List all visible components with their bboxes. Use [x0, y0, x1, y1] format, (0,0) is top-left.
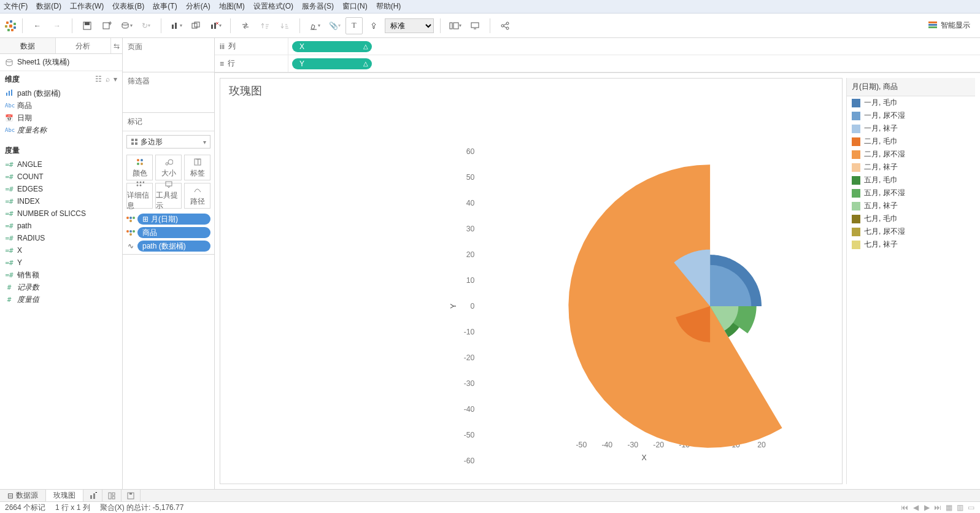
clear-sheet-button[interactable]: ▾: [207, 17, 224, 34]
legend-item[interactable]: 二月, 毛巾: [847, 135, 975, 148]
tab-analysis[interactable]: 分析: [56, 38, 112, 53]
menu-dashboard[interactable]: 仪表板(B): [112, 1, 144, 12]
color-pill-product[interactable]: 商品: [126, 227, 210, 238]
legend-item[interactable]: 七月, 毛巾: [847, 212, 975, 225]
refresh-button[interactable]: ↻▾: [137, 17, 155, 34]
menu-analysis[interactable]: 分析(A): [186, 1, 210, 12]
mark-detail-button[interactable]: 详细信息: [126, 183, 153, 209]
forward-button[interactable]: →: [48, 17, 66, 34]
dimension-field[interactable]: Abc度量名称: [0, 124, 122, 136]
legend-item[interactable]: 一月, 袜子: [847, 122, 975, 135]
measure-field[interactable]: =#path: [0, 220, 122, 232]
tab-connect-icon[interactable]: ⇆: [111, 38, 122, 53]
pause-autoupdate-button[interactable]: ▾: [118, 17, 135, 34]
legend-item[interactable]: 一月, 尿不湿: [847, 109, 975, 122]
fields-menu-icon[interactable]: ▾: [114, 75, 117, 83]
text-button[interactable]: T: [345, 17, 363, 34]
measure-field[interactable]: =#ANGLE: [0, 158, 122, 171]
datasource-row[interactable]: Sheet1 (玫瑰桶): [0, 54, 122, 71]
group-button[interactable]: 📎▾: [326, 17, 343, 34]
mark-tooltip-button[interactable]: 工具提示: [155, 183, 182, 209]
mark-type-select[interactable]: 多边形: [126, 135, 210, 148]
new-dashboard-tab[interactable]: [102, 490, 122, 501]
search-field-icon[interactable]: ⌕: [106, 75, 110, 83]
menu-story[interactable]: 故事(T): [153, 1, 177, 12]
mark-color-button[interactable]: 颜色: [126, 155, 153, 180]
legend-item[interactable]: 二月, 尿不湿: [847, 148, 975, 161]
new-story-tab[interactable]: [122, 490, 141, 501]
view-as-icon[interactable]: ☷: [95, 75, 102, 83]
legend-item[interactable]: 五月, 尿不湿: [847, 187, 975, 199]
highlight-button[interactable]: ▾: [306, 17, 323, 34]
menu-file[interactable]: 文件(F): [4, 1, 28, 12]
rose-chart[interactable]: -60-50-40-30-20-100102030405060 -50-40-3…: [220, 79, 842, 484]
menu-window[interactable]: 窗口(N): [342, 1, 368, 12]
menu-map[interactable]: 地图(M): [219, 1, 245, 12]
menu-help[interactable]: 帮助(H): [376, 1, 401, 12]
plus-icon: ⊞: [142, 215, 149, 223]
sheets-icon[interactable]: ▥: [955, 503, 964, 512]
pin-button[interactable]: [365, 17, 382, 34]
tab-data[interactable]: 数据: [0, 38, 56, 53]
back-button[interactable]: ←: [29, 17, 46, 34]
new-datasource-button[interactable]: +: [98, 17, 115, 34]
measure-field[interactable]: =#INDEX: [0, 195, 122, 207]
legend-item[interactable]: 一月, 毛巾: [847, 96, 975, 109]
pages-card[interactable]: 页面: [123, 38, 214, 72]
row-pill-y[interactable]: Y△: [292, 58, 372, 69]
filters-card[interactable]: 筛选器: [123, 72, 214, 113]
save-button[interactable]: [79, 17, 96, 34]
measure-field[interactable]: =#Y: [0, 256, 122, 269]
mark-label-button[interactable]: T标签: [184, 155, 210, 180]
dimension-field[interactable]: Abc商品: [0, 99, 122, 112]
measure-field[interactable]: #度量值: [0, 293, 122, 306]
legend-item[interactable]: 五月, 袜子: [847, 199, 975, 212]
color-pill-month[interactable]: ⊞月(日期): [126, 214, 210, 225]
swap-button[interactable]: [237, 17, 254, 34]
svg-text:-40: -40: [601, 441, 612, 449]
measure-field[interactable]: =#NUMBER of SLICCS: [0, 207, 122, 220]
tab-datasource[interactable]: ⊟数据源: [0, 490, 46, 501]
path-pill[interactable]: ∿ path (数据桶): [126, 241, 210, 252]
show-cards-button[interactable]: ▾: [447, 17, 464, 34]
nav-last-icon[interactable]: ⏭: [933, 503, 942, 512]
mark-path-button[interactable]: 路径: [184, 183, 210, 209]
menu-server[interactable]: 服务器(S): [302, 1, 334, 12]
measure-field[interactable]: =#销售额: [0, 269, 122, 281]
chart-card[interactable]: 玫瑰图 -60-50-40-30-20-100102030405060 -50-…: [220, 78, 843, 484]
sort-desc-button[interactable]: [276, 17, 293, 34]
new-worksheet-button[interactable]: ▾: [168, 17, 185, 34]
columns-shelf[interactable]: iii列 X△: [215, 38, 980, 55]
nav-first-icon[interactable]: ⏮: [900, 503, 909, 512]
legend-item[interactable]: 五月, 毛巾: [847, 174, 975, 187]
menu-data[interactable]: 数据(D): [36, 1, 61, 12]
share-button[interactable]: [496, 17, 514, 34]
presentation-button[interactable]: [466, 17, 484, 34]
rows-shelf[interactable]: ≡行 Y△: [215, 55, 980, 72]
dimension-field[interactable]: 📅日期: [0, 112, 122, 124]
show-me-button[interactable]: 智能显示: [924, 18, 975, 33]
column-pill-x[interactable]: X△: [292, 41, 372, 52]
measure-field[interactable]: =#COUNT: [0, 171, 122, 183]
filmstrip-icon[interactable]: ▦: [944, 503, 953, 512]
legend-item[interactable]: 二月, 袜子: [847, 161, 975, 174]
tabs-icon[interactable]: ▭: [966, 503, 975, 512]
measure-field[interactable]: #记录数: [0, 281, 122, 293]
tableau-logo-icon[interactable]: [5, 20, 16, 31]
measure-field[interactable]: =#X: [0, 244, 122, 256]
measure-field[interactable]: =#RADIUS: [0, 232, 122, 244]
menu-worksheet[interactable]: 工作表(W): [70, 1, 104, 12]
duplicate-sheet-button[interactable]: [187, 17, 204, 34]
legend-item[interactable]: 七月, 尿不湿: [847, 225, 975, 238]
measure-field[interactable]: =#EDGES: [0, 183, 122, 195]
legend-item[interactable]: 七月, 袜子: [847, 238, 975, 251]
fit-select[interactable]: 标准: [385, 18, 434, 33]
new-worksheet-tab[interactable]: +: [83, 490, 102, 501]
mark-size-button[interactable]: 大小: [155, 155, 182, 180]
dimension-field[interactable]: path (数据桶): [0, 87, 122, 99]
nav-prev-icon[interactable]: ◀: [911, 503, 920, 512]
sort-asc-button[interactable]: [257, 17, 274, 34]
nav-next-icon[interactable]: ▶: [922, 503, 931, 512]
tab-sheet-rose[interactable]: 玫瑰图: [46, 490, 83, 501]
menu-format[interactable]: 设置格式(O): [253, 1, 293, 12]
